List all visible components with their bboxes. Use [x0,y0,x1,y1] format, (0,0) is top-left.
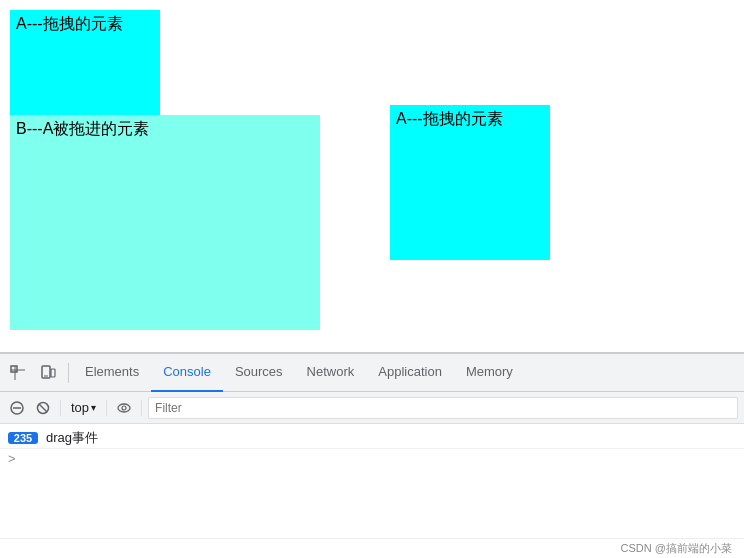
block-icon[interactable] [32,397,54,419]
eye-icon[interactable] [113,397,135,419]
devtools-toolbar: top ▾ [0,392,744,424]
svg-point-11 [122,406,126,410]
console-arrow: > [0,449,744,468]
box-a-left[interactable]: A---拖拽的元素 [10,10,160,130]
tab-application[interactable]: Application [366,354,454,392]
device-icon[interactable] [34,359,62,387]
inspect-icon[interactable] [4,359,32,387]
console-row: 235 drag事件 [0,428,744,449]
toolbar-separator2 [106,400,107,416]
svg-rect-0 [11,366,17,372]
tab-separator [68,363,69,383]
top-context-selector[interactable]: top ▾ [67,398,100,417]
box-a-right[interactable]: A---拖拽的元素 [390,105,550,260]
devtools-panel: Elements Console Sources Network Applica… [0,353,744,538]
console-text: drag事件 [46,429,98,447]
devtools-tabs-bar: Elements Console Sources Network Applica… [0,354,744,392]
console-output: 235 drag事件 > [0,424,744,538]
svg-rect-4 [51,369,55,377]
clear-icon[interactable] [6,397,28,419]
box-a-left-label: A---拖拽的元素 [16,15,123,32]
box-a-right-label: A---拖拽的元素 [396,110,503,127]
tab-network[interactable]: Network [295,354,367,392]
filter-input[interactable] [148,397,738,419]
tab-elements[interactable]: Elements [73,354,151,392]
toolbar-separator3 [141,400,142,416]
console-badge: 235 [8,432,38,444]
svg-point-10 [118,404,130,412]
chevron-down-icon: ▾ [91,402,96,413]
footer: CSDN @搞前端的小菜 [0,538,744,558]
tab-console[interactable]: Console [151,354,223,392]
watermark: CSDN @搞前端的小菜 [621,541,732,556]
top-label: top [71,400,89,415]
box-b-label: B---A被拖进的元素 [16,120,149,137]
main-content: A---拖拽的元素 B---A被拖进的元素 A---拖拽的元素 [0,0,744,353]
svg-line-9 [39,404,47,412]
toolbar-separator [60,400,61,416]
box-b[interactable]: B---A被拖进的元素 [10,115,320,330]
tab-memory[interactable]: Memory [454,354,525,392]
tab-sources[interactable]: Sources [223,354,295,392]
